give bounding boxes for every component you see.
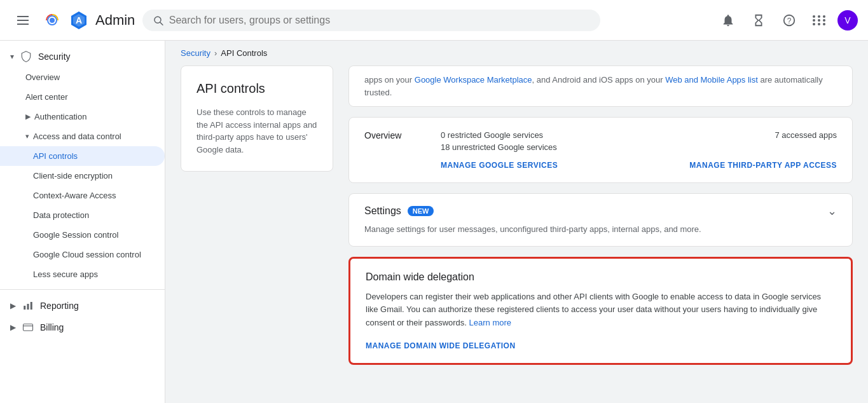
- sidebar-divider-1: [0, 289, 165, 290]
- auth-arrow-icon: ▶: [25, 113, 31, 121]
- sidebar-header-security[interactable]: ▾ Security: [0, 46, 165, 67]
- main-layout: ▾ Security Overview Alert center ▶ Authe…: [0, 41, 868, 403]
- new-badge: NEW: [408, 206, 434, 216]
- topbar-icons: ? V: [715, 8, 858, 33]
- avatar[interactable]: V: [837, 10, 858, 31]
- apps-grid-button[interactable]: [807, 8, 832, 33]
- breadcrumb: Security › API Controls: [165, 41, 868, 65]
- access-arrow-icon: ▾: [25, 132, 29, 140]
- delegation-title: Domain wide delegation: [366, 271, 836, 283]
- hamburger-button[interactable]: [10, 8, 36, 33]
- search-icon: [153, 15, 163, 26]
- sidebar-item-api-controls[interactable]: API controls: [0, 146, 165, 166]
- sidebar: ▾ Security Overview Alert center ▶ Authe…: [0, 41, 165, 403]
- help-button[interactable]: ?: [776, 8, 802, 33]
- overview-card: Overview 0 restricted Google services 18…: [348, 117, 853, 183]
- overview-actions: 7 accessed apps: [749, 130, 837, 152]
- breadcrumb-separator: ›: [214, 48, 217, 58]
- settings-header[interactable]: Settings NEW ⌄: [364, 204, 837, 218]
- page-body: API controls Use these controls to manag…: [165, 65, 868, 380]
- sidebar-item-authentication[interactable]: ▶ Authentication: [0, 107, 165, 126]
- topbar: A Admin ?: [0, 0, 868, 41]
- partial-trusted-text: apps on your Google Workspace Marketplac…: [348, 65, 853, 107]
- content-area: Security › API Controls API controls Use…: [165, 41, 868, 403]
- svg-rect-7: [24, 306, 25, 310]
- sidebar-item-overview[interactable]: Overview: [0, 67, 165, 87]
- overview-stat-accessed: 7 accessed apps: [775, 130, 837, 140]
- sidebar-item-google-cloud-session[interactable]: Google Cloud session control: [0, 245, 165, 264]
- help-icon: ?: [782, 13, 796, 27]
- sidebar-item-client-side-encryption[interactable]: Client-side encryption: [0, 166, 165, 186]
- notifications-button[interactable]: [715, 8, 741, 33]
- settings-chevron-icon: ⌄: [827, 204, 837, 218]
- overview-links-right: MANAGE THIRD-PARTY APP ACCESS: [664, 160, 837, 170]
- overview-row: Overview 0 restricted Google services 18…: [364, 130, 837, 152]
- sidebar-header-billing[interactable]: ▶ Billing: [0, 317, 165, 338]
- svg-text:A: A: [76, 15, 82, 25]
- search-bar[interactable]: [142, 10, 600, 31]
- search-input[interactable]: [169, 15, 591, 26]
- breadcrumb-parent[interactable]: Security: [181, 48, 210, 58]
- right-content: apps on your Google Workspace Marketplac…: [348, 65, 853, 365]
- svg-text:?: ?: [787, 16, 792, 25]
- svg-rect-10: [24, 324, 33, 331]
- desc-card-title: API controls: [196, 81, 317, 96]
- admin-logo-icon: A: [69, 10, 89, 31]
- desc-card-text: Use these controls to manage the API acc…: [196, 106, 317, 156]
- svg-line-4: [160, 22, 163, 25]
- security-arrow-icon: ▾: [10, 52, 14, 61]
- sidebar-item-data-protection[interactable]: Data protection: [0, 205, 165, 225]
- sidebar-item-access-data-control[interactable]: ▾ Access and data control: [0, 126, 165, 146]
- app-name-label: Admin: [95, 12, 135, 29]
- settings-title-row: Settings NEW: [364, 205, 434, 217]
- billing-icon: [22, 322, 34, 333]
- svg-rect-9: [31, 302, 32, 310]
- bar-chart-icon: [22, 300, 34, 311]
- delegation-card: Domain wide delegation Developers can re…: [348, 257, 853, 365]
- grid-icon: [813, 15, 827, 25]
- security-label: Security: [38, 51, 71, 62]
- bell-icon: [721, 13, 735, 27]
- settings-title: Settings: [364, 205, 401, 217]
- shield-icon: [20, 51, 32, 62]
- billing-arrow-icon: ▶: [10, 323, 16, 332]
- manage-google-services-link[interactable]: MANAGE GOOGLE SERVICES: [441, 161, 558, 170]
- overview-links-left: MANAGE GOOGLE SERVICES: [441, 160, 664, 170]
- sidebar-item-context-aware[interactable]: Context-Aware Access: [0, 186, 165, 205]
- overview-label: Overview: [364, 130, 441, 152]
- settings-card: Settings NEW ⌄ Manage settings for user …: [348, 193, 853, 247]
- manage-third-party-link[interactable]: MANAGE THIRD-PARTY APP ACCESS: [689, 161, 837, 170]
- sidebar-header-reporting[interactable]: ▶ Reporting: [0, 295, 165, 317]
- hourglass-button[interactable]: [746, 8, 771, 33]
- breadcrumb-current: API Controls: [221, 48, 267, 58]
- settings-description: Manage settings for user messages, uncon…: [364, 223, 837, 236]
- overview-stat-unrestricted: 18 unrestricted Google services: [441, 142, 749, 152]
- overview-stat-restricted: 0 restricted Google services: [441, 130, 749, 140]
- manage-delegation-link[interactable]: MANAGE DOMAIN WIDE DELEGATION: [366, 341, 516, 350]
- hourglass-icon: [752, 13, 766, 27]
- overview-links-row: MANAGE GOOGLE SERVICES MANAGE THIRD-PART…: [364, 160, 837, 170]
- delegation-text: Developers can register their web applic…: [366, 290, 836, 330]
- sidebar-item-alert-center[interactable]: Alert center: [0, 87, 165, 107]
- sidebar-item-google-session[interactable]: Google Session control: [0, 225, 165, 245]
- description-card: API controls Use these controls to manag…: [181, 65, 333, 172]
- sidebar-item-less-secure[interactable]: Less secure apps: [0, 264, 165, 284]
- overview-stats: 0 restricted Google services 18 unrestri…: [441, 130, 749, 152]
- hamburger-icon: [12, 11, 34, 30]
- topbar-left: A Admin: [10, 8, 135, 33]
- svg-rect-8: [27, 304, 29, 310]
- google-logo: [42, 10, 62, 31]
- reporting-arrow-icon: ▶: [10, 301, 16, 310]
